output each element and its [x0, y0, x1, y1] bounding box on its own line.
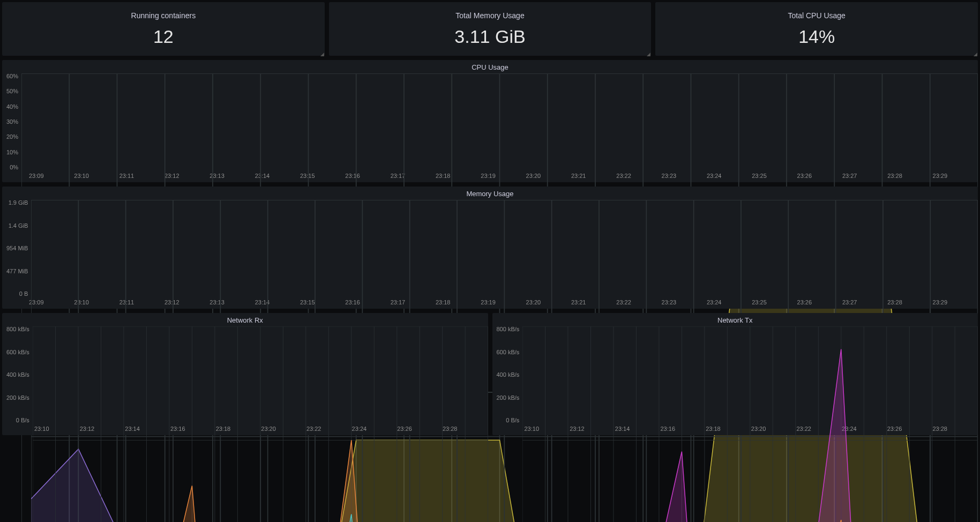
- dashboard: Running containers 12 ◢ Total Memory Usa…: [0, 0, 980, 437]
- stat-title: Total CPU Usage: [788, 11, 845, 20]
- resize-handle-icon[interactable]: ◢: [974, 51, 978, 56]
- y-axis: 60%50%40%30%20%10%0%: [2, 73, 21, 170]
- stat-running-containers[interactable]: Running containers 12 ◢: [2, 2, 325, 56]
- y-axis: 800 kB/s600 kB/s400 kB/s200 kB/s0 B/s: [2, 326, 33, 423]
- y-axis: 1.9 GiB1.4 GiB954 MiB477 MiB0 B: [2, 200, 31, 297]
- stat-title: Total Memory Usage: [455, 11, 524, 20]
- stat-total-memory[interactable]: Total Memory Usage 3.11 GiB ◢: [329, 2, 652, 56]
- panel-title: CPU Usage: [2, 60, 978, 73]
- stat-value: 14%: [798, 26, 835, 47]
- resize-handle-icon[interactable]: ◢: [320, 51, 325, 56]
- y-axis: 800 kB/s600 kB/s400 kB/s200 kB/s0 B/s: [492, 326, 523, 423]
- stat-value: 3.11 GiB: [454, 26, 525, 47]
- panel-title: Network Tx: [492, 313, 978, 326]
- panel-network-tx[interactable]: Network Tx 800 kB/s600 kB/s400 kB/s200 k…: [492, 313, 978, 435]
- stat-value: 12: [153, 26, 174, 47]
- resize-handle-icon[interactable]: ◢: [647, 51, 651, 56]
- stat-title: Running containers: [131, 11, 196, 20]
- panel-cpu-usage[interactable]: CPU Usage 60%50%40%30%20%10%0% 23:0923:1…: [2, 60, 978, 182]
- panel-memory-usage[interactable]: Memory Usage 1.9 GiB1.4 GiB954 MiB477 Mi…: [2, 187, 978, 309]
- stats-row: Running containers 12 ◢ Total Memory Usa…: [2, 2, 978, 56]
- chart-plot[interactable]: [33, 326, 488, 522]
- stat-total-cpu[interactable]: Total CPU Usage 14% ◢: [655, 2, 978, 56]
- panel-title: Memory Usage: [2, 187, 978, 200]
- panel-title: Network Rx: [2, 313, 488, 326]
- panel-network-rx[interactable]: Network Rx 800 kB/s600 kB/s400 kB/s200 k…: [2, 313, 488, 435]
- chart-plot[interactable]: [522, 326, 978, 522]
